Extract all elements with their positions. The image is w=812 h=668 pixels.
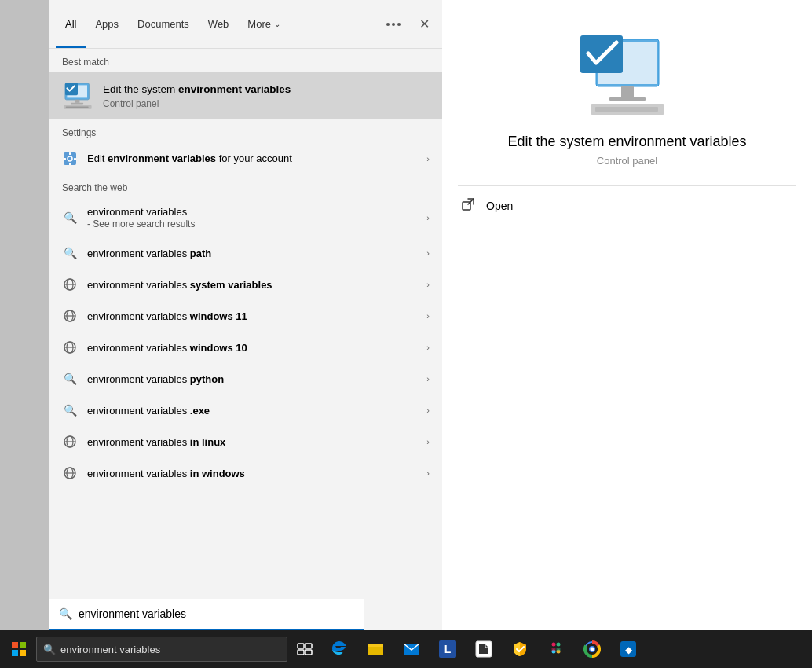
search-icon-3 [62,308,78,324]
taskbar-norton[interactable] [503,632,537,666]
web-item-7-text: environment variables in linux [87,436,225,448]
close-button[interactable]: ✕ [413,13,436,35]
web-item-6-text: environment variables .exe [87,405,210,417]
best-match-title: Edit the system environment variables [103,83,430,97]
svg-rect-44 [298,650,304,655]
svg-rect-12 [64,158,66,160]
web-item-5[interactable]: 🔍 environment variables python › [49,363,442,395]
web-item-1[interactable]: 🔍 environment variables path › [49,237,442,269]
open-label: Open [486,200,513,212]
taskbar-notion[interactable] [466,632,501,666]
tab-more[interactable]: More ⌄ [238,0,290,48]
web-item-1-text: environment variables path [87,248,211,259]
tabs-bar: All Apps Documents Web More ⌄ ✕ [49,0,442,49]
taskbar: 🔍 environment variables [0,630,812,668]
taskbar-search-text: environment variables [60,644,160,655]
svg-rect-55 [557,648,561,651]
web-item-0-sub: - See more search results [87,218,195,229]
results-list: Best match Edit the system environment v [49,49,442,637]
chevron-right-icon-5: › [426,374,430,384]
svg-rect-10 [69,152,71,155]
settings-icon [62,151,78,167]
task-view-button[interactable] [289,633,320,665]
svg-rect-35 [595,107,658,112]
svg-rect-11 [69,163,71,165]
svg-rect-5 [71,103,83,105]
best-match-subtitle: Control panel [103,98,430,109]
search-input[interactable] [79,607,354,620]
svg-rect-41 [20,650,26,656]
search-icon-5: 🔍 [62,371,78,387]
chevron-right-icon-4: › [426,343,430,352]
chevron-down-icon: ⌄ [274,20,280,28]
svg-rect-42 [298,644,304,648]
taskbar-file-explorer[interactable] [358,632,393,666]
search-icon-2 [62,277,78,292]
right-panel-subtitle: Control panel [442,155,812,185]
search-icon-4 [62,340,78,355]
svg-rect-13 [74,158,76,160]
chevron-right-icon-3: › [426,311,430,321]
chevron-right-icon-7: › [426,437,430,446]
web-item-4-text: environment variables windows 10 [87,342,247,354]
web-item-0-text: environment variables [87,206,195,218]
open-icon [461,197,477,215]
open-action[interactable]: Open [442,186,812,226]
svg-rect-54 [552,648,556,651]
svg-point-50 [552,643,556,647]
chevron-right-icon-6: › [426,406,430,415]
svg-point-52 [557,643,561,647]
settings-label: Settings [49,119,442,143]
tab-web[interactable]: Web [199,0,239,48]
search-icon-1: 🔍 [62,245,78,261]
taskbar-search[interactable]: 🔍 environment variables [36,637,287,662]
web-item-8[interactable]: environment variables in windows › [49,457,442,489]
web-item-8-text: environment variables in windows [87,468,245,479]
taskbar-chrome[interactable] [575,632,609,666]
tab-apps[interactable]: Apps [86,0,128,48]
svg-rect-40 [12,650,18,656]
taskbar-unknown-app[interactable]: ◆ [611,632,646,666]
chevron-right-icon-2: › [426,280,430,289]
best-match-text: Edit the system environment variables Co… [103,83,430,110]
taskbar-mail[interactable] [394,632,429,666]
right-panel-icon-area [442,0,812,134]
taskbar-edge[interactable] [322,632,357,666]
settings-item-text: Edit environment variables for your acco… [87,152,292,166]
taskbar-slack[interactable] [539,632,573,666]
web-item-6[interactable]: 🔍 environment variables .exe › [49,395,442,426]
tab-documents[interactable]: Documents [128,0,199,48]
right-panel-title: Edit the system environment variables [442,134,812,155]
taskbar-l-app[interactable]: L [430,632,465,666]
best-match-label: Best match [49,49,442,72]
web-item-2-text: environment variables system variables [87,279,272,291]
svg-point-58 [591,648,594,651]
settings-item[interactable]: Edit environment variables for your acco… [49,143,442,174]
web-item-7[interactable]: environment variables in linux › [49,426,442,457]
web-item-4[interactable]: environment variables windows 10 › [49,332,442,363]
computer-with-checkmark-icon [576,31,678,118]
svg-rect-32 [621,86,634,97]
best-match-item[interactable]: Edit the system environment variables Co… [49,72,442,119]
web-item-2[interactable]: environment variables system variables › [49,269,442,300]
search-icon: 🔍 [62,210,78,226]
web-item-3[interactable]: environment variables windows 11 › [49,300,442,332]
svg-rect-47 [368,647,383,655]
start-button[interactable] [3,633,35,665]
svg-text:◆: ◆ [625,644,633,655]
more-options-button[interactable] [380,20,407,29]
search-icon-7 [62,434,78,450]
right-panel: Edit the system environment variables Co… [442,0,812,637]
tab-all[interactable]: All [56,0,86,48]
web-item-0[interactable]: 🔍 environment variables - See more searc… [49,198,442,237]
control-panel-icon [62,80,93,112]
search-icon-6: 🔍 [62,402,78,418]
svg-rect-38 [12,642,18,648]
taskbar-search-icon: 🔍 [43,644,56,655]
web-item-5-text: environment variables python [87,373,224,385]
chevron-right-icon-8: › [426,468,430,478]
web-search-label: Search the web [49,174,442,198]
search-box[interactable]: 🔍 [49,599,364,630]
search-input-icon: 🔍 [59,607,72,620]
svg-rect-4 [75,100,79,103]
